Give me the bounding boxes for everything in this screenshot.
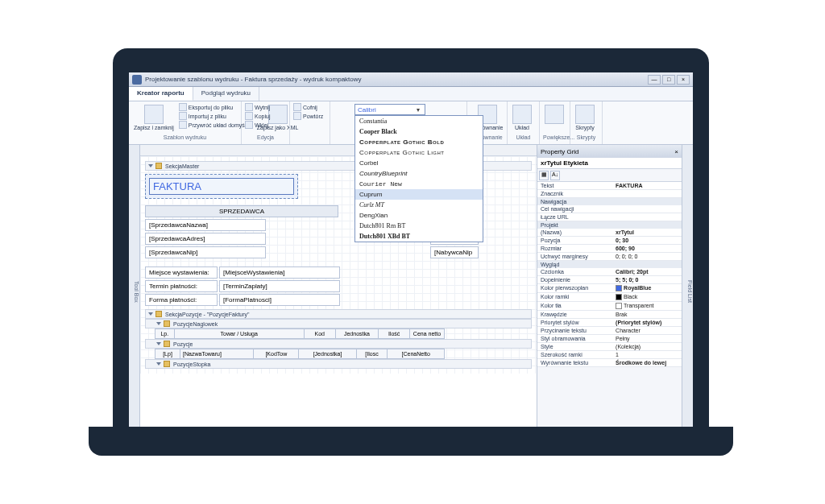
font-option[interactable]: Cooper Black	[355, 126, 483, 137]
cut-icon	[245, 103, 253, 111]
font-option[interactable]: Dutch801 Rm BT	[355, 221, 483, 231]
form-label[interactable]: Forma płatności:	[145, 294, 218, 306]
save-icon	[144, 105, 164, 124]
font-option[interactable]: Constantia	[355, 116, 483, 126]
property-grid-title: Property Grid×	[537, 145, 682, 158]
scripts-icon	[575, 105, 595, 124]
font-dropdown[interactable]: Constantia Cooper Black Copperplate Goth…	[354, 115, 483, 242]
panel-close-icon[interactable]: ×	[674, 148, 678, 155]
val-cena[interactable]: [CenaNetto	[388, 349, 445, 359]
seller-name-field[interactable]: [SprzedawcaNazwa]	[145, 219, 266, 231]
val-lp[interactable]: [Lp]	[155, 349, 180, 359]
ribbon: Zapisz i zamknij Eksportuj do pliku Impo…	[129, 101, 693, 145]
buyer-nip-field[interactable]: [NabywcaNip	[430, 246, 479, 258]
col-ilosc[interactable]: Ilość	[379, 329, 410, 339]
color-swatch	[616, 294, 622, 300]
redo-icon	[293, 112, 301, 120]
tab-report-creator[interactable]: Kreator raportu	[129, 87, 193, 101]
form-value[interactable]: [FormaPlatnosci]	[219, 294, 340, 306]
zoom-icon	[545, 105, 564, 124]
val-nazwa[interactable]: [NazwaTowaru]	[180, 349, 254, 359]
font-option[interactable]: DengXian	[355, 210, 483, 221]
cut-button[interactable]: Wytnij	[245, 103, 270, 111]
seller-nip-field[interactable]: [SprzedawcaNip]	[145, 246, 266, 258]
font-option[interactable]: CountryBlueprint	[355, 168, 483, 179]
export-icon	[179, 103, 187, 111]
val-kod[interactable]: [KodTow	[254, 349, 299, 359]
section-items-header[interactable]: SekcjaPozycje - "PozycjeFaktury"	[145, 309, 532, 319]
section-icon	[155, 163, 162, 169]
col-lp[interactable]: Lp.	[155, 329, 175, 339]
redo-button[interactable]: Powtórz	[293, 112, 323, 120]
minimize-button[interactable]: —	[648, 75, 661, 85]
val-ilosc[interactable]: [Ilosc	[356, 349, 388, 359]
toolbox-tab[interactable]: Tool Box	[129, 145, 140, 433]
pg-categorized-button[interactable]: ▦	[539, 171, 549, 180]
col-jedn[interactable]: Jednostka	[335, 329, 379, 339]
val-jedn[interactable]: [Jednostka]	[299, 349, 356, 359]
pg-cat-nav[interactable]: Nawigacja	[537, 198, 682, 205]
titlebar: Projektowanie szablonu wydruku - Faktura…	[129, 72, 693, 87]
place-value[interactable]: [MiejsceWystawienia]	[219, 266, 340, 279]
window-title: Projektowanie szablonu wydruku - Faktura…	[145, 76, 648, 83]
font-option[interactable]: Copperplate Gothic Bold	[355, 137, 483, 147]
paste-button[interactable]: Wklej	[245, 121, 270, 129]
chevron-down-icon: ▾	[414, 106, 422, 114]
color-swatch	[616, 285, 622, 291]
selected-element[interactable]: FAKTURA	[145, 174, 298, 199]
main-tabs: Kreator raportu Podgląd wydruku	[129, 87, 693, 101]
copy-button[interactable]: Kopiuj	[245, 112, 270, 120]
font-option[interactable]: Corbel	[355, 158, 483, 168]
term-value[interactable]: [TerminZaplaty]	[219, 280, 340, 292]
field-list-tab[interactable]: Field List	[682, 145, 693, 433]
font-option[interactable]: Courier New	[355, 179, 483, 189]
paste-icon	[245, 121, 253, 129]
zoom-button[interactable]	[543, 103, 566, 126]
seller-addr-field[interactable]: [SprzedawcaAdres]	[145, 233, 266, 245]
col-cena[interactable]: Cena netto	[409, 329, 444, 339]
term-label[interactable]: Termin płatności:	[145, 280, 218, 292]
col-kod[interactable]: Kod	[304, 329, 335, 339]
import-icon	[179, 112, 187, 120]
close-button[interactable]: ×	[677, 75, 690, 85]
section-items-row[interactable]: Pozycje	[145, 339, 532, 349]
copy-icon	[245, 112, 253, 120]
scripts-button[interactable]: Skrypty	[574, 103, 596, 132]
layout-button[interactable]: Układ	[511, 103, 533, 132]
place-label[interactable]: Miejsce wystawienia:	[145, 266, 218, 279]
font-combobox[interactable]: Calibri ▾	[354, 104, 425, 115]
font-option[interactable]: Dutch801 XBd BT	[355, 231, 483, 242]
faktura-label[interactable]: FAKTURA	[149, 178, 294, 195]
maximize-button[interactable]: □	[662, 75, 675, 85]
app-icon	[132, 75, 142, 85]
font-option[interactable]: Curlz MT	[355, 200, 483, 210]
section-items-colhdr[interactable]: PozycjeNaglowek	[145, 319, 532, 328]
undo-icon	[293, 103, 301, 111]
property-grid: Property Grid× xrTytul Etykieta ▦ A↓ Tek…	[537, 145, 682, 433]
color-swatch	[616, 303, 622, 309]
layout-icon	[512, 105, 532, 124]
pg-sort-button[interactable]: A↓	[550, 171, 560, 180]
col-towar[interactable]: Towar / Usługa	[174, 329, 304, 339]
sprzedawca-header[interactable]: SPRZEDAWCA	[145, 205, 338, 217]
save-close-button[interactable]: Zapisz i zamknij	[132, 103, 176, 132]
restore-icon	[179, 121, 187, 129]
pg-cat-proj[interactable]: Projekt	[537, 221, 682, 229]
pg-cat-look[interactable]: Wygląd	[537, 261, 682, 268]
font-option[interactable]: Copperplate Gothic Light	[355, 147, 483, 158]
tab-preview[interactable]: Podgląd wydruku	[193, 87, 259, 101]
section-items-footer[interactable]: PozycjeStopka	[145, 359, 532, 369]
undo-button[interactable]: Cofnij	[293, 103, 323, 111]
font-option[interactable]: Cuprum	[355, 189, 483, 200]
property-grid-object[interactable]: xrTytul Etykieta	[537, 158, 682, 169]
